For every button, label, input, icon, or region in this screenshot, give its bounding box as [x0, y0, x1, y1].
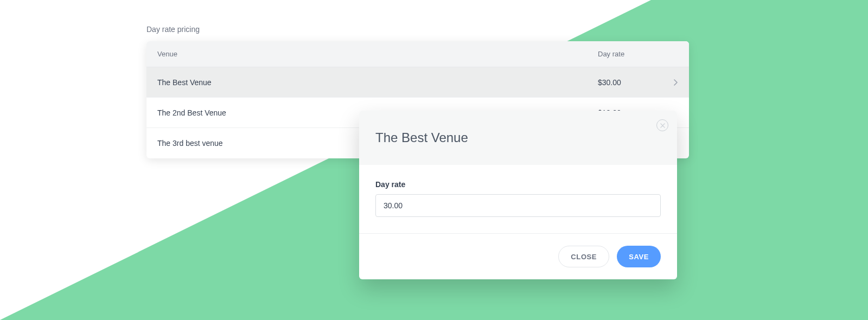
- cell-venue: The Best Venue: [157, 78, 598, 87]
- save-button[interactable]: SAVE: [617, 246, 661, 267]
- col-header-rate: Day rate: [598, 50, 663, 58]
- edit-rate-modal: The Best Venue Day rate CLOSE SAVE: [359, 111, 677, 279]
- table-header: Venue Day rate: [146, 41, 689, 67]
- close-button[interactable]: CLOSE: [558, 246, 609, 267]
- close-icon[interactable]: [656, 119, 668, 131]
- section-title: Day rate pricing: [146, 25, 868, 34]
- chevron-right-icon: [663, 79, 678, 86]
- day-rate-input[interactable]: [375, 194, 661, 217]
- table-row[interactable]: The Best Venue $30.00: [146, 67, 689, 98]
- modal-header: The Best Venue: [359, 111, 677, 165]
- day-rate-label: Day rate: [375, 180, 661, 189]
- modal-title: The Best Venue: [375, 130, 468, 145]
- cell-rate: $30.00: [598, 78, 663, 87]
- col-header-venue: Venue: [157, 50, 598, 58]
- modal-footer: CLOSE SAVE: [359, 233, 677, 279]
